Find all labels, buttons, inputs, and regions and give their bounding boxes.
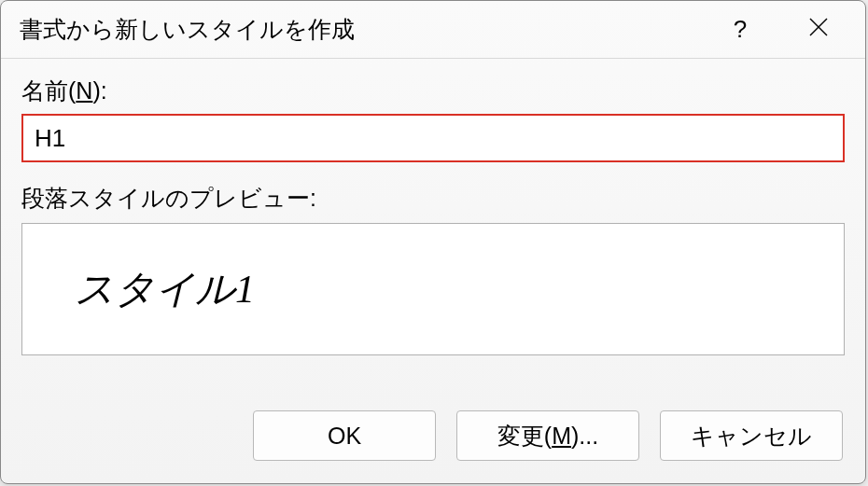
dialog-titlebar: 書式から新しいスタイルを作成 ? [1,1,865,59]
dialog-content: 名前(N): 段落スタイルのプレビュー: スタイル1 [1,59,865,390]
name-label-suffix: ): [92,77,106,104]
dialog-title: 書式から新しいスタイルを作成 [20,14,718,45]
preview-box: スタイル1 [21,223,845,355]
cancel-button-label: キャンセル [691,421,812,451]
ok-button-label: OK [328,423,361,450]
button-row: OK 変更(M)... キャンセル [1,390,865,483]
name-label-prefix: 名前( [21,77,76,104]
modify-button-accel: M [552,423,571,450]
ok-button[interactable]: OK [253,410,436,461]
preview-text: スタイル1 [75,263,255,315]
style-name-input[interactable] [21,114,845,162]
create-style-dialog: 書式から新しいスタイルを作成 ? 名前(N): 段落スタイルのプレビュー: スタ… [0,0,866,484]
name-label: 名前(N): [21,76,845,106]
close-icon [808,17,829,37]
help-button[interactable]: ? [718,15,763,44]
modify-button-suffix: )... [571,423,598,450]
cancel-button[interactable]: キャンセル [660,410,843,461]
close-button[interactable] [791,17,847,43]
preview-label: 段落スタイルのプレビュー: [21,183,845,214]
modify-button-prefix: 変更( [497,421,552,451]
modify-button[interactable]: 変更(M)... [456,410,639,461]
name-label-accel: N [76,77,92,104]
